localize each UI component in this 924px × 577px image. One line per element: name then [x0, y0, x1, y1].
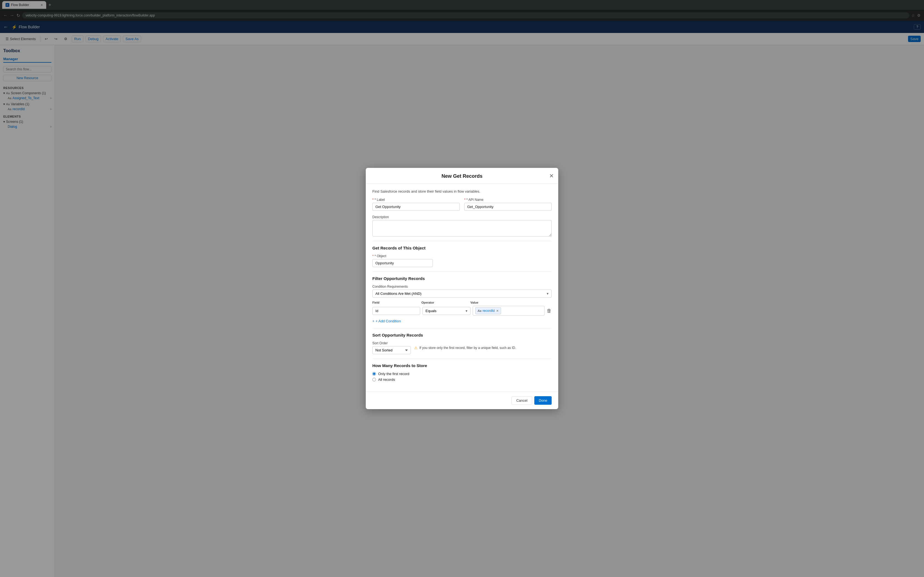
api-name-group: * * API Name [464, 198, 552, 211]
get-records-section: Get Records of This Object * * Object [372, 241, 552, 267]
plus-icon: + [372, 319, 375, 323]
description-label: Description [372, 215, 552, 219]
label-group: * * Label [372, 198, 460, 211]
label-input[interactable] [372, 203, 460, 211]
cancel-button[interactable]: Cancel [512, 396, 532, 405]
sort-order-group: Sort Order Not Sorted [372, 341, 411, 354]
sort-order-select[interactable]: Not Sorted [372, 346, 411, 354]
condition-requirements-group: Condition Requirements All Conditions Ar… [372, 285, 552, 298]
delete-condition-button[interactable]: 🗑 [547, 308, 552, 314]
object-label: * * Object [372, 254, 552, 258]
records-store-radio-group: Only the first record All records [372, 372, 552, 382]
filter-field-group [372, 307, 420, 315]
sort-row: Sort Order Not Sorted ⚠ If you store onl… [372, 341, 552, 354]
condition-requirements-label: Condition Requirements [372, 285, 552, 288]
sort-order-label: Sort Order [372, 341, 411, 345]
filter-value-input[interactable]: Aa recordId × [473, 306, 544, 316]
done-button[interactable]: Done [534, 396, 552, 405]
value-header: Value [470, 301, 541, 304]
object-input[interactable] [372, 259, 433, 267]
record-id-token: Aa recordId × [475, 307, 501, 314]
chevron-down-icon-4: ▾ [547, 292, 549, 296]
field-header: Field [372, 301, 419, 304]
get-records-title: Get Records of This Object [372, 246, 552, 250]
filter-title: Filter Opportunity Records [372, 276, 552, 281]
object-group: * * Object [372, 254, 552, 267]
description-textarea[interactable] [372, 220, 552, 237]
store-first-radio[interactable] [372, 372, 376, 376]
token-text: recordId [483, 309, 495, 313]
token-type-icon: Aa [478, 309, 481, 313]
sort-section: Sort Opportunity Records Sort Order Not … [372, 328, 552, 354]
store-all-radio[interactable] [372, 378, 376, 381]
modal-title: New Get Records [441, 173, 482, 179]
add-condition-button[interactable]: + + Add Condition [372, 318, 401, 324]
store-all-label[interactable]: All records [372, 377, 552, 382]
operator-header: Operator [421, 301, 468, 304]
description-group: Description [372, 215, 552, 237]
modal-body: Find Salesforce records and store their … [366, 184, 558, 392]
chevron-down-icon-5: ▾ [465, 309, 467, 313]
condition-requirements-dropdown[interactable]: All Conditions Are Met (AND) ▾ [372, 290, 552, 298]
label-field-label: * * Label [372, 198, 460, 201]
filter-row: Equals ▾ Aa recordId × 🗑 [372, 306, 552, 316]
token-close-button[interactable]: × [496, 309, 499, 313]
warning-icon: ⚠ [414, 346, 418, 350]
api-name-label: * * API Name [464, 198, 552, 201]
sort-warning: ⚠ If you store only the first record, fi… [414, 346, 516, 350]
filter-field-input[interactable] [372, 307, 420, 315]
modal-close-button[interactable]: ✕ [549, 173, 554, 179]
store-first-label[interactable]: Only the first record [372, 372, 552, 376]
modal-overlay: New Get Records ✕ Find Salesforce record… [0, 0, 924, 577]
filter-headers: Field Operator Value [372, 301, 552, 304]
sort-title: Sort Opportunity Records [372, 333, 552, 337]
modal-footer: Cancel Done [366, 392, 558, 409]
records-store-title: How Many Records to Store [372, 363, 552, 368]
label-api-row: * * Label * * API Name [372, 198, 552, 211]
modal-header: New Get Records ✕ [366, 168, 558, 184]
filter-operator-dropdown[interactable]: Equals ▾ [422, 307, 470, 315]
new-get-records-modal: New Get Records ✕ Find Salesforce record… [366, 168, 558, 409]
filter-operator-group: Equals ▾ [422, 307, 470, 315]
api-name-input[interactable] [464, 203, 552, 211]
records-store-section: How Many Records to Store Only the first… [372, 359, 552, 382]
filter-section: Filter Opportunity Records Condition Req… [372, 271, 552, 324]
filter-value-group: Aa recordId × [473, 306, 544, 316]
modal-subtitle: Find Salesforce records and store their … [372, 189, 552, 193]
